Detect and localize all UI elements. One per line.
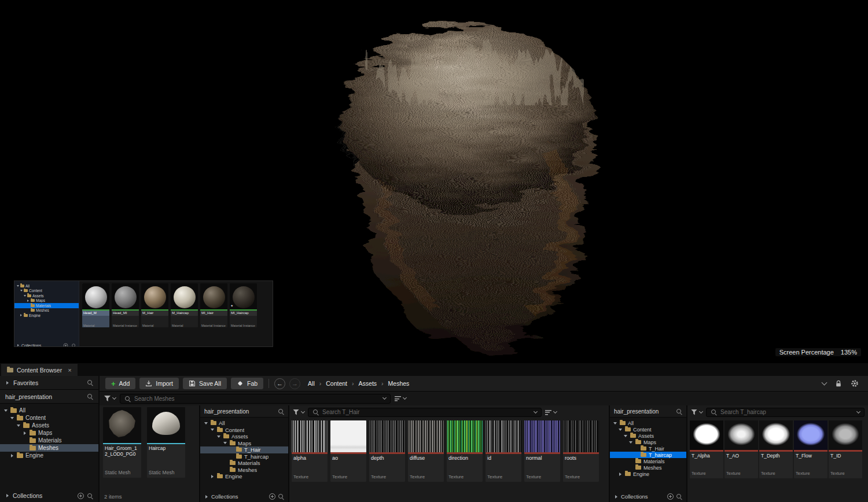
add-collection-icon[interactable] bbox=[78, 493, 84, 499]
tree-expander-icon[interactable] bbox=[634, 446, 638, 451]
asset-tile[interactable]: * T_Depth Texture bbox=[759, 420, 793, 478]
filter-button[interactable] bbox=[293, 409, 304, 415]
tree-expander-icon[interactable] bbox=[27, 299, 30, 302]
tree-expander-icon[interactable] bbox=[634, 453, 638, 457]
filter-button[interactable] bbox=[104, 396, 116, 401]
fab-button[interactable]: Fab bbox=[231, 378, 263, 389]
breadcrumb-item[interactable]: Content bbox=[315, 380, 347, 387]
source-header[interactable]: hair_presentation bbox=[200, 405, 288, 418]
tree-expander-icon[interactable] bbox=[23, 294, 26, 297]
asset-tile[interactable]: * M_Hair Material bbox=[141, 283, 168, 327]
path-dropdown-chevron-icon[interactable] bbox=[822, 380, 827, 386]
tree-expander-icon[interactable] bbox=[223, 441, 227, 445]
tree-item[interactable]: Assets bbox=[200, 433, 288, 440]
search-icon[interactable] bbox=[278, 408, 284, 415]
asset-tile[interactable]: * Hair_Groom_12_LOD0_PG0 Static Mesh bbox=[103, 407, 141, 478]
tree-expander-icon[interactable] bbox=[613, 421, 617, 426]
tree-expander-icon[interactable] bbox=[623, 434, 628, 438]
chevron-down-icon[interactable] bbox=[534, 409, 538, 413]
asset-tile[interactable]: * direction Texture bbox=[447, 420, 483, 482]
tree-item[interactable]: All bbox=[0, 407, 98, 414]
tree-item[interactable]: Meshes bbox=[0, 444, 98, 452]
tree-item[interactable]: Content bbox=[200, 427, 288, 434]
tree-expander-icon[interactable] bbox=[23, 438, 27, 443]
tree-item[interactable]: Meshes bbox=[14, 308, 79, 313]
lock-icon[interactable] bbox=[835, 380, 842, 387]
tree-expander-icon[interactable] bbox=[229, 454, 234, 459]
search-icon[interactable] bbox=[676, 493, 682, 500]
forward-button[interactable]: → bbox=[289, 378, 300, 389]
asset-tile[interactable]: * T_ID Texture bbox=[829, 420, 862, 478]
tree-expander-icon[interactable] bbox=[628, 466, 633, 470]
asset-tile[interactable]: * ao Texture bbox=[330, 420, 366, 482]
add-collection-icon[interactable] bbox=[64, 343, 68, 347]
tree-expander-icon[interactable] bbox=[10, 416, 14, 420]
tree-item[interactable]: Assets bbox=[0, 422, 98, 429]
tree-item[interactable]: Content bbox=[610, 426, 686, 433]
tree-expander-icon[interactable] bbox=[27, 304, 30, 307]
asset-tile[interactable]: * T_Alpha Texture bbox=[690, 420, 723, 478]
search-icon[interactable] bbox=[87, 393, 93, 400]
tree-expander-icon[interactable] bbox=[27, 309, 30, 312]
tree-item[interactable]: Meshes bbox=[200, 467, 288, 474]
tree-expander-icon[interactable] bbox=[216, 434, 221, 439]
tree-expander-icon[interactable] bbox=[229, 448, 234, 452]
asset-tile[interactable]: * roots Texture bbox=[563, 420, 599, 482]
asset-tile[interactable]: * alpha Texture bbox=[292, 420, 328, 482]
asset-tile[interactable]: * T_AO Texture bbox=[724, 420, 758, 478]
asset-tile[interactable]: * MI_Haircap Material Instance bbox=[230, 283, 257, 327]
tree-expander-icon[interactable] bbox=[618, 472, 623, 477]
collections-row[interactable]: Collections bbox=[610, 492, 686, 501]
search-icon[interactable] bbox=[676, 408, 682, 415]
search-t-haircap-input[interactable] bbox=[720, 409, 854, 415]
save-all-button[interactable]: Save All bbox=[183, 378, 227, 389]
asset-tile[interactable]: * Head_M Material bbox=[82, 283, 109, 327]
back-button[interactable]: ← bbox=[274, 378, 285, 389]
asset-tile[interactable]: * Haircap Static Mesh bbox=[147, 407, 185, 478]
tree-item[interactable]: Maps bbox=[14, 298, 79, 304]
filter-button[interactable] bbox=[691, 409, 703, 415]
asset-tile[interactable]: * depth Texture bbox=[369, 420, 405, 482]
add-collection-icon[interactable] bbox=[667, 493, 674, 500]
tree-item[interactable]: All bbox=[200, 420, 288, 427]
asset-tile[interactable]: * id Texture bbox=[486, 420, 521, 482]
search-icon[interactable] bbox=[278, 493, 284, 500]
chevron-down-icon[interactable] bbox=[856, 409, 860, 413]
sort-button[interactable] bbox=[545, 409, 557, 415]
search-icon[interactable] bbox=[87, 379, 93, 386]
asset-tile[interactable]: * Head_MI Material Instance bbox=[112, 283, 139, 327]
chevron-down-icon[interactable] bbox=[382, 396, 387, 400]
tree-expander-icon[interactable] bbox=[16, 285, 19, 287]
tree-item[interactable]: Maps bbox=[610, 439, 686, 445]
tree-expander-icon[interactable] bbox=[628, 459, 633, 464]
tree-item[interactable]: All bbox=[14, 283, 79, 289]
source-header[interactable]: hair_presentation bbox=[610, 405, 686, 418]
collections-row[interactable]: Collections bbox=[17, 342, 77, 347]
tree-item[interactable]: T_Hair bbox=[200, 446, 288, 453]
tree-expander-icon[interactable] bbox=[5, 381, 10, 385]
tree-item[interactable]: Engine bbox=[14, 313, 79, 318]
asset-tile[interactable]: * M_Haircap Material bbox=[171, 283, 198, 327]
add-collection-icon[interactable] bbox=[269, 493, 275, 500]
search-icon[interactable] bbox=[87, 493, 93, 499]
tree-item[interactable]: T_haircap bbox=[610, 452, 686, 458]
tree-expander-icon[interactable] bbox=[204, 421, 208, 426]
asset-tile[interactable]: * diffuse Texture bbox=[408, 420, 444, 482]
close-icon[interactable]: × bbox=[68, 367, 71, 374]
tree-expander-icon[interactable] bbox=[223, 461, 227, 466]
tree-item[interactable]: Maps bbox=[200, 440, 288, 447]
settings-icon[interactable] bbox=[851, 379, 859, 387]
breadcrumb-item[interactable]: Meshes bbox=[377, 380, 409, 387]
tree-item[interactable]: Meshes bbox=[610, 464, 686, 471]
tree-item[interactable]: Materials bbox=[610, 458, 686, 464]
search-meshes-field[interactable] bbox=[120, 394, 391, 404]
tree-item[interactable]: All bbox=[610, 420, 686, 426]
asset-tile[interactable]: * normal Texture bbox=[524, 420, 560, 482]
asset-tile[interactable]: * MI_Hair Material Instance bbox=[200, 283, 227, 327]
tree-expander-icon[interactable] bbox=[628, 440, 633, 445]
tree-expander-icon[interactable] bbox=[23, 431, 27, 435]
tree-expander-icon[interactable] bbox=[23, 446, 27, 451]
tree-expander-icon[interactable] bbox=[618, 427, 623, 432]
search-meshes-input[interactable] bbox=[134, 396, 380, 402]
collections-row[interactable]: Collections bbox=[0, 491, 98, 500]
